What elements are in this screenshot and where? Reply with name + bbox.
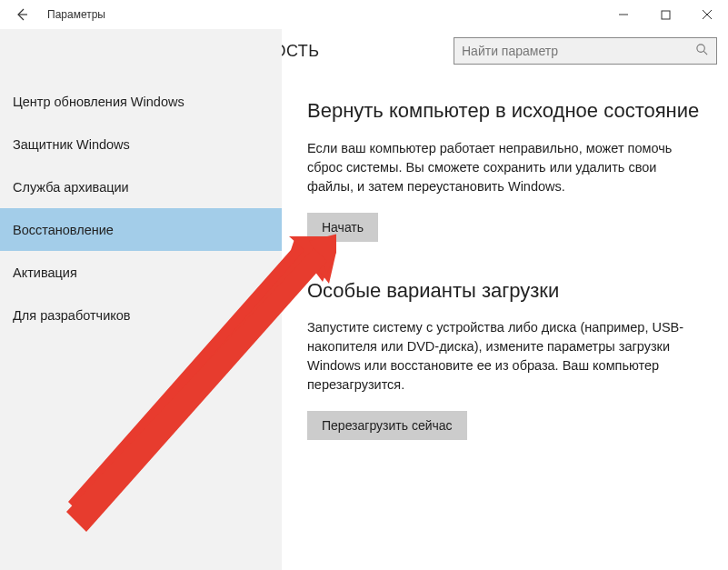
sidebar-item-developers[interactable]: Для разработчиков — [0, 294, 282, 336]
search-box[interactable] — [454, 37, 717, 65]
sidebar-item-label: Служба архивации — [13, 180, 129, 195]
sidebar-item-backup[interactable]: Служба архивации — [0, 165, 282, 208]
window-title: Параметры — [44, 8, 105, 21]
sidebar-item-label: Восстановление — [13, 223, 114, 237]
minimize-button[interactable] — [603, 0, 644, 29]
restart-now-button[interactable]: Перезагрузить сейчас — [307, 411, 467, 440]
search-icon — [695, 43, 709, 59]
titlebar: Параметры — [0, 0, 728, 29]
svg-point-1 — [697, 45, 704, 52]
sidebar-item-label: Защитник Windows — [13, 137, 130, 152]
advanced-startup-description: Запустите систему с устройства либо диск… — [307, 318, 703, 395]
window-controls — [603, 0, 728, 29]
search-input[interactable] — [462, 44, 695, 58]
sidebar-item-label: Для разработчиков — [13, 308, 131, 323]
close-button[interactable] — [686, 0, 728, 29]
reset-pc-heading: Вернуть компьютер в исходное состояние — [307, 98, 703, 125]
sidebar: Центр обновления Windows Защитник Window… — [0, 73, 282, 570]
reset-pc-section: Вернуть компьютер в исходное состояние Е… — [307, 98, 703, 242]
reset-pc-description: Если ваш компьютер работает неправильно,… — [307, 139, 703, 196]
main-content: Вернуть компьютер в исходное состояние Е… — [282, 73, 728, 570]
svg-rect-0 — [662, 11, 670, 19]
back-button[interactable] — [0, 0, 44, 29]
sidebar-item-recovery[interactable]: Восстановление — [0, 208, 282, 251]
sidebar-item-defender[interactable]: Защитник Windows — [0, 123, 282, 165]
sidebar-item-label: Центр обновления Windows — [13, 95, 184, 109]
maximize-button[interactable] — [644, 0, 686, 29]
sidebar-item-windows-update[interactable]: Центр обновления Windows — [0, 80, 282, 123]
advanced-startup-section: Особые варианты загрузки Запустите систе… — [307, 278, 703, 441]
sidebar-item-activation[interactable]: Активация — [0, 251, 282, 294]
reset-start-button[interactable]: Начать — [307, 213, 378, 242]
advanced-startup-heading: Особые варианты загрузки — [307, 278, 703, 305]
sidebar-item-label: Активация — [13, 265, 77, 280]
